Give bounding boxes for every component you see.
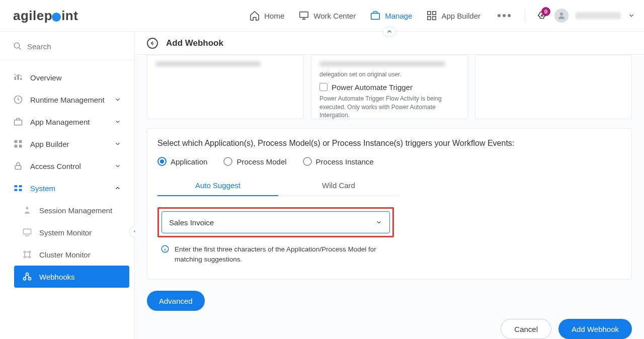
add-webhook-button[interactable]: Add Webhook bbox=[558, 319, 632, 339]
nav-manage-label: Manage bbox=[385, 12, 412, 20]
svg-rect-11 bbox=[20, 78, 22, 80]
add-webhook-button-label: Add Webhook bbox=[572, 325, 619, 333]
user-session-icon bbox=[22, 205, 32, 215]
sidebar-item-app-builder[interactable]: App Builder bbox=[5, 133, 129, 155]
event-card-1 bbox=[147, 55, 304, 119]
chevron-up-icon bbox=[114, 185, 121, 192]
chevron-down-icon bbox=[114, 140, 121, 147]
arrow-left-icon bbox=[149, 40, 155, 46]
application-dropdown-highlight: Sales Invoice bbox=[157, 207, 394, 237]
svg-rect-0 bbox=[300, 12, 308, 18]
avatar[interactable] bbox=[554, 9, 569, 23]
nav-more[interactable] bbox=[495, 14, 514, 17]
sidebar-item-access-control[interactable]: Access Control bbox=[5, 155, 129, 177]
username bbox=[576, 12, 621, 19]
radio-process-model[interactable]: Process Model bbox=[223, 157, 286, 166]
sidebar-item-label: Overview bbox=[30, 73, 62, 82]
svg-rect-2 bbox=[428, 12, 431, 15]
sidebar-item-system[interactable]: System bbox=[5, 177, 129, 199]
svg-point-23 bbox=[26, 207, 29, 209]
chevron-down-icon bbox=[375, 219, 382, 226]
svg-rect-16 bbox=[15, 145, 18, 148]
system-icon bbox=[13, 183, 23, 193]
event-card-2: delegation set on original user. Power A… bbox=[311, 55, 468, 119]
nav-app-builder[interactable]: App Builder bbox=[426, 10, 480, 21]
radio-process-instance-label: Process Instance bbox=[316, 157, 374, 166]
svg-rect-3 bbox=[433, 12, 436, 15]
power-automate-label: Power Automate Trigger bbox=[332, 82, 413, 93]
svg-rect-22 bbox=[19, 189, 22, 191]
page-title: Add Webhook bbox=[166, 38, 223, 48]
nav-home-label: Home bbox=[264, 12, 284, 20]
briefcase-icon bbox=[13, 117, 23, 127]
header-collapse-button[interactable] bbox=[382, 27, 396, 37]
tab-wild-card[interactable]: Wild Card bbox=[278, 175, 399, 196]
card-desc-text: delegation set on original user. bbox=[319, 70, 459, 79]
svg-rect-14 bbox=[15, 140, 18, 143]
sidebar-sub-cluster-monitor[interactable]: Cluster Monitor bbox=[14, 243, 129, 266]
user-icon bbox=[557, 11, 566, 20]
grid-icon bbox=[13, 139, 23, 149]
svg-point-28 bbox=[29, 256, 30, 258]
power-automate-checkbox[interactable] bbox=[319, 83, 328, 91]
nav-work-center[interactable]: Work Center bbox=[298, 10, 356, 21]
notification-badge: 0 bbox=[541, 7, 550, 16]
search-icon bbox=[13, 42, 22, 51]
svg-rect-9 bbox=[15, 76, 16, 80]
user-menu-chevron[interactable] bbox=[628, 12, 635, 19]
event-card-3 bbox=[475, 55, 632, 119]
monitor-icon bbox=[22, 227, 32, 237]
svg-point-27 bbox=[24, 256, 25, 258]
svg-rect-21 bbox=[15, 189, 18, 191]
notifications-button[interactable]: 0 bbox=[536, 10, 547, 21]
sidebar-sub-label: Webhooks bbox=[39, 273, 75, 281]
hint-text: Enter the first three characters of the … bbox=[175, 244, 397, 264]
radio-application[interactable]: Application bbox=[157, 157, 207, 166]
radio-process-model-label: Process Model bbox=[236, 157, 286, 166]
logo-dot bbox=[52, 13, 61, 22]
panel-title: Select which Application(s), Process Mod… bbox=[157, 139, 621, 148]
search-input[interactable] bbox=[27, 42, 123, 51]
sidebar-item-label: App Management bbox=[30, 118, 90, 126]
svg-rect-1 bbox=[371, 13, 380, 19]
nav-manage[interactable]: Manage bbox=[370, 10, 412, 21]
application-dropdown[interactable]: Sales Invoice bbox=[162, 211, 390, 233]
sidebar-sub-webhooks[interactable]: Webhooks bbox=[14, 266, 129, 288]
sidebar-item-runtime-management[interactable]: Runtime Management bbox=[5, 89, 129, 111]
cancel-button[interactable]: Cancel bbox=[501, 319, 551, 339]
svg-rect-4 bbox=[428, 17, 431, 20]
svg-point-30 bbox=[29, 278, 31, 280]
svg-point-26 bbox=[29, 251, 30, 252]
svg-point-29 bbox=[24, 278, 26, 280]
tab-auto-suggest-label: Auto Suggest bbox=[195, 181, 240, 190]
radio-process-instance[interactable]: Process Instance bbox=[303, 157, 374, 166]
tab-wild-card-label: Wild Card bbox=[322, 181, 355, 190]
sidebar-item-label: App Builder bbox=[30, 140, 69, 148]
cluster-icon bbox=[22, 249, 32, 260]
chevron-down-icon bbox=[114, 162, 121, 170]
svg-point-8 bbox=[14, 43, 20, 48]
webhook-icon bbox=[22, 272, 32, 282]
sidebar-item-label: Access Control bbox=[30, 162, 81, 171]
advanced-button-label: Advanced bbox=[159, 297, 193, 305]
advanced-button[interactable]: Advanced bbox=[147, 291, 205, 311]
sidebar-sub-label: System Monitor bbox=[39, 228, 92, 237]
back-button[interactable] bbox=[147, 38, 158, 49]
sidebar-sub-session-management[interactable]: Session Management bbox=[14, 199, 129, 221]
svg-rect-20 bbox=[19, 185, 22, 187]
sidebar-item-overview[interactable]: Overview bbox=[5, 66, 129, 89]
tab-auto-suggest[interactable]: Auto Suggest bbox=[157, 175, 278, 196]
cancel-button-label: Cancel bbox=[514, 325, 538, 333]
sidebar: Overview Runtime Management App Manageme… bbox=[0, 32, 135, 339]
chart-icon bbox=[13, 72, 23, 82]
application-dropdown-value: Sales Invoice bbox=[169, 218, 214, 227]
search-field[interactable] bbox=[0, 35, 134, 60]
sidebar-item-app-management[interactable]: App Management bbox=[5, 111, 129, 133]
sidebar-sub-system-monitor[interactable]: System Monitor bbox=[14, 221, 129, 243]
lock-icon bbox=[13, 161, 23, 171]
nav-home[interactable]: Home bbox=[249, 10, 284, 21]
svg-rect-18 bbox=[15, 165, 21, 170]
sidebar-sub-label: Session Management bbox=[39, 206, 112, 215]
svg-rect-15 bbox=[19, 140, 22, 143]
svg-rect-19 bbox=[15, 185, 18, 187]
